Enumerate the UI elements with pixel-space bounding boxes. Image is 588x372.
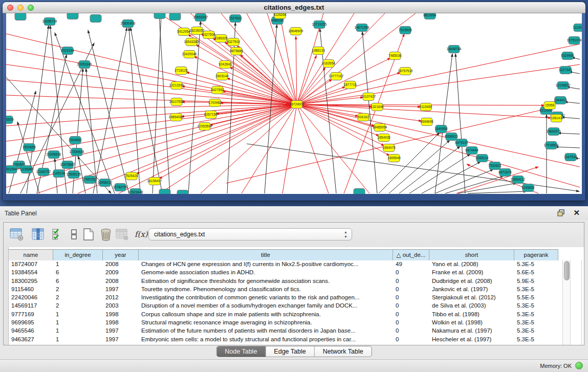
column-select-icon[interactable] — [31, 228, 46, 241]
graph-node[interactable]: 9875685 — [230, 48, 243, 55]
table-cell[interactable]: 9465546 — [9, 326, 53, 335]
table-cell[interactable]: 0 — [393, 310, 429, 318]
graph-node[interactable]: 1527602 — [229, 15, 242, 23]
graph-node[interactable]: 9227343 — [559, 67, 572, 74]
graph-node[interactable]: 1145194 — [53, 170, 66, 178]
graph-node[interactable]: 10975887 — [60, 161, 75, 169]
graph-node[interactable]: 16155497 — [147, 178, 162, 185]
table-cell[interactable]: 14569117 — [9, 301, 53, 310]
table-cell[interactable]: Franke et al. (2009) — [429, 268, 514, 276]
table-cell[interactable]: 5.6E-5 — [514, 268, 558, 276]
table-cell[interactable]: 1 — [53, 335, 103, 343]
table-cell[interactable]: 0 — [393, 268, 429, 276]
table-cell[interactable]: 0 — [393, 301, 429, 310]
graph-node[interactable]: 10719155 — [312, 21, 327, 29]
table-cell[interactable]: 1997 — [103, 326, 139, 335]
black-edge[interactable] — [55, 33, 115, 193]
graph-node[interactable]: 8958923 — [445, 133, 458, 141]
black-edge[interactable] — [558, 133, 580, 134]
red-edge[interactable] — [6, 49, 297, 104]
column-header-in_degree[interactable]: in_degree — [53, 250, 103, 260]
black-edge[interactable] — [130, 28, 162, 193]
red-edge[interactable] — [6, 104, 297, 157]
graph-node[interactable]: 5912954 — [177, 28, 190, 36]
table-cell[interactable]: 2003 — [103, 301, 139, 310]
table-cell[interactable]: Changes of HCN gene expression and I(f) … — [139, 260, 393, 268]
graph-node[interactable]: 7485036 — [388, 52, 402, 60]
graph-node[interactable]: 2004662 — [69, 137, 82, 144]
table-cell[interactable]: 6 — [53, 268, 103, 276]
red-edge[interactable] — [221, 13, 297, 104]
table-cell[interactable]: Estimation of the future numbers of pati… — [139, 326, 393, 335]
table-row[interactable]: 1830029562008Estimation of significance … — [9, 277, 584, 285]
table-row[interactable]: 1456911722003Disruption of a novel membe… — [9, 301, 584, 310]
graph-node[interactable] — [154, 13, 165, 19]
graph-node[interactable]: 8126264 — [273, 13, 287, 19]
graph-node[interactable]: 2520659 — [23, 144, 36, 151]
black-edge[interactable] — [561, 117, 580, 119]
memory-ok-indicator[interactable] — [575, 362, 583, 369]
graph-node[interactable]: 18757515 — [398, 68, 413, 75]
graph-node[interactable]: 1895549 — [387, 155, 401, 162]
table-cell[interactable]: Jankovic et al. (1997) — [429, 285, 514, 293]
table-cell[interactable]: Structural magnetic resonance image aver… — [139, 318, 393, 326]
black-edge[interactable] — [389, 140, 450, 193]
black-edge[interactable] — [188, 21, 201, 193]
graph-node[interactable]: 12353594 — [198, 123, 212, 130]
red-edge[interactable] — [160, 13, 297, 104]
graph-node[interactable]: 12505135 — [67, 171, 81, 179]
graph-node[interactable]: 9699695 — [420, 118, 433, 126]
graph-node[interactable]: 1321646 — [371, 103, 384, 111]
table-cell[interactable]: 9777169 — [9, 310, 53, 318]
graph-node[interactable]: 2023154 — [61, 47, 74, 55]
table-row[interactable]: 911546021997Tourette syndrome. Phenomeno… — [9, 285, 584, 293]
table-cell[interactable]: 5.5E-5 — [514, 293, 558, 301]
black-edge[interactable] — [9, 91, 36, 193]
table-cell[interactable]: 5.3E-5 — [514, 301, 558, 310]
graph-node[interactable]: 1112054 — [573, 24, 582, 32]
table-cell[interactable]: 0 — [393, 277, 429, 285]
table-cell[interactable]: 5.3E-5 — [514, 326, 558, 335]
table-cell[interactable]: Estimation of significance thresholds fo… — [139, 277, 393, 285]
graph-node[interactable] — [67, 13, 78, 19]
graph-node[interactable]: 16648784 — [447, 46, 462, 53]
graph-node[interactable]: 391594 — [6, 166, 17, 173]
graph-node[interactable]: 22420046 — [182, 51, 197, 58]
column-header-name[interactable]: name — [9, 250, 53, 260]
graph-node[interactable]: 17957253 — [82, 176, 97, 184]
graph-node[interactable]: 18724007 — [290, 101, 304, 108]
graph-node[interactable]: 20691406 — [121, 20, 136, 28]
graph-node[interactable]: 17359924 — [70, 148, 84, 156]
graph-node[interactable]: 7932621 — [488, 162, 502, 170]
table-cell[interactable]: 5.9E-5 — [514, 277, 558, 285]
black-edge[interactable] — [435, 54, 452, 193]
close-panel-icon[interactable]: ✕ — [573, 208, 580, 217]
graph-node[interactable]: 7515528 — [399, 27, 412, 34]
graph-node[interactable]: 11156869 — [19, 166, 34, 173]
table-cell[interactable]: 5.3E-5 — [514, 285, 558, 293]
column-header-title[interactable]: title — [139, 250, 393, 260]
table-cell[interactable]: 0 — [393, 293, 429, 301]
table-row[interactable]: 946554611997Estimation of the future num… — [9, 326, 584, 335]
graph-node[interactable]: 2126509 — [6, 116, 14, 124]
table-cell[interactable]: 22420046 — [9, 293, 53, 301]
graph-node[interactable]: 8267150 — [204, 111, 217, 119]
function-builder-icon[interactable]: f(x) — [134, 228, 148, 241]
new-document-icon[interactable] — [81, 228, 96, 241]
table-cell[interactable]: Wolkin et al. (1998) — [429, 318, 514, 326]
column-header-year[interactable]: year — [103, 250, 139, 260]
graph-node[interactable]: 9327506 — [202, 31, 215, 39]
table-cell[interactable]: Investigating the contribution of common… — [139, 293, 393, 301]
tab-edge-table[interactable]: Edge Table — [266, 346, 314, 357]
red-edge[interactable] — [297, 58, 390, 104]
graph-node[interactable]: 2603144 — [215, 73, 229, 80]
table-cell[interactable]: 6 — [53, 277, 103, 285]
graph-node[interactable]: 9115460 — [420, 103, 432, 111]
table-cell[interactable]: 1 — [53, 260, 103, 268]
graph-node[interactable]: 12213399 — [169, 82, 184, 90]
graph-node[interactable]: 16543382 — [184, 38, 199, 46]
table-cell[interactable]: 2008 — [103, 260, 139, 268]
graph-node[interactable]: 1654975 — [382, 144, 396, 152]
table-cell[interactable]: 2009 — [103, 268, 139, 276]
graph-node[interactable] — [169, 13, 181, 20]
